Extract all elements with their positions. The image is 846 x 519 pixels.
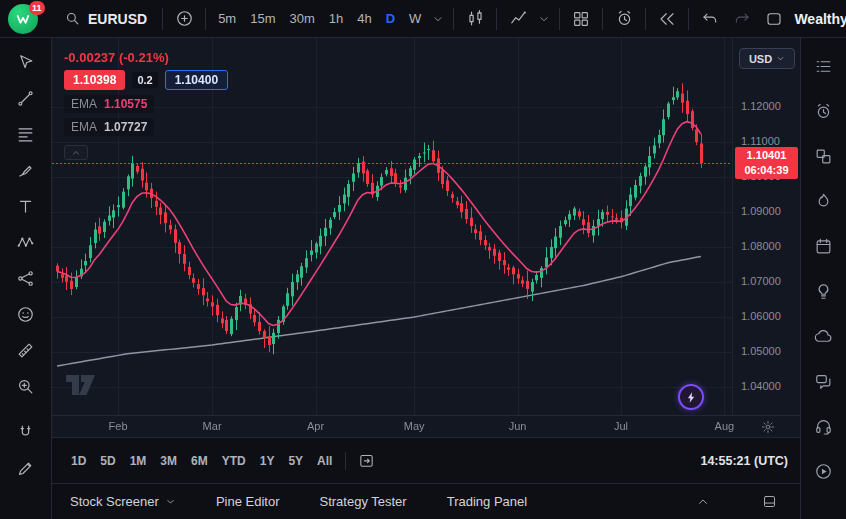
support-button[interactable] — [809, 412, 839, 440]
chat-button[interactable] — [809, 322, 839, 350]
panel-collapse-button[interactable] — [690, 490, 716, 514]
legend-collapse-button[interactable] — [64, 145, 88, 160]
fib-retracement-tool[interactable] — [8, 118, 44, 151]
edit-tool[interactable] — [8, 452, 44, 485]
magnet-tool[interactable] — [8, 416, 44, 449]
tab-stock-screener[interactable]: Stock Screener — [70, 494, 176, 509]
zoom-tool[interactable] — [8, 370, 44, 403]
sell-price-button[interactable]: 1.10398 — [64, 70, 125, 90]
lightbulb-icon — [814, 282, 833, 301]
text-tool[interactable] — [8, 190, 44, 223]
brush-tool[interactable] — [8, 154, 44, 187]
ema-slow-legend[interactable]: EMA 1.07727 — [64, 118, 154, 136]
timeframe-15m[interactable]: 15m — [243, 6, 282, 32]
alert-button[interactable] — [608, 4, 640, 34]
prediction-tool[interactable] — [8, 262, 44, 295]
chart-legend: -0.00237 (-0.21%) 1.10398 0.2 1.10400 EM… — [64, 50, 228, 160]
range-5y[interactable]: 5Y — [281, 450, 310, 472]
magnet-icon — [16, 423, 35, 442]
settings-gear-button[interactable] — [758, 418, 778, 436]
panel-expand-button[interactable] — [756, 490, 782, 514]
pattern-tool[interactable] — [8, 226, 44, 259]
month-label: Jul — [614, 420, 628, 432]
price-countdown: 06:04:39 — [735, 163, 798, 178]
month-label: Aug — [715, 420, 735, 432]
gear-icon — [761, 420, 775, 434]
messages-button[interactable] — [809, 367, 839, 395]
watchlist-icon — [814, 57, 833, 76]
indicator-value: 1.07727 — [104, 120, 147, 134]
range-5d[interactable]: 5D — [93, 450, 122, 472]
object-tree-button[interactable] — [809, 142, 839, 170]
flame-icon — [814, 192, 833, 211]
ema-fast-legend[interactable]: EMA 1.10575 — [64, 95, 154, 113]
symbol-search-button[interactable]: EURUSD — [54, 4, 157, 34]
chart-type-button[interactable] — [459, 4, 491, 34]
brush-icon — [16, 161, 35, 180]
notification-badge[interactable]: 11 — [29, 1, 45, 15]
timeframe-1d[interactable]: D — [379, 6, 402, 32]
range-6m[interactable]: 6M — [184, 450, 215, 472]
app-logo[interactable]: 11 — [0, 0, 54, 38]
timeframe-30m[interactable]: 30m — [282, 6, 321, 32]
price-axis[interactable]: 1.120001.110001.100001.090001.080001.070… — [732, 38, 800, 415]
range-ytd[interactable]: YTD — [215, 450, 253, 472]
ideas-button[interactable] — [809, 277, 839, 305]
goto-date-icon — [358, 452, 375, 469]
timeframe-menu-button[interactable] — [428, 4, 448, 34]
range-3m[interactable]: 3M — [153, 450, 184, 472]
range-all[interactable]: All — [310, 450, 339, 472]
timeframe-4h[interactable]: 4h — [350, 6, 378, 32]
cursor-icon — [16, 53, 35, 72]
chevron-up-icon — [696, 495, 710, 509]
tab-strategy-tester[interactable]: Strategy Tester — [319, 494, 406, 509]
clock-utc[interactable]: 14:55:21 (UTC) — [700, 454, 788, 468]
alerts-button[interactable] — [809, 97, 839, 125]
currency-select[interactable]: USD — [739, 48, 795, 69]
calendar-button[interactable] — [809, 232, 839, 260]
tab-label: Strategy Tester — [319, 494, 406, 509]
quick-trade-button[interactable] — [678, 384, 704, 410]
cursor-tool[interactable] — [8, 46, 44, 79]
indicators-button[interactable] — [502, 4, 534, 34]
redo-button[interactable] — [726, 4, 758, 34]
trend-line-tool[interactable] — [8, 82, 44, 115]
indicators-menu-button[interactable] — [534, 4, 554, 34]
undo-button[interactable] — [694, 4, 726, 34]
divider — [559, 8, 560, 30]
save-layout-button[interactable] — [758, 4, 790, 34]
tradingview-watermark[interactable] — [66, 375, 100, 401]
drawing-toolbar — [0, 38, 52, 519]
streams-button[interactable] — [809, 457, 839, 485]
chart-area[interactable]: -0.00237 (-0.21%) 1.10398 0.2 1.10400 EM… — [52, 38, 800, 415]
range-1y[interactable]: 1Y — [253, 450, 282, 472]
pencil-icon — [16, 459, 35, 478]
timeframe-1w[interactable]: W — [402, 6, 428, 32]
range-1d[interactable]: 1D — [64, 450, 93, 472]
price-tick-label: 1.08000 — [741, 240, 781, 252]
trading-app: 11 EURUSD 5m 15m 30m 1h 4h D W — [0, 0, 846, 519]
goto-date-button[interactable] — [352, 448, 380, 474]
chevron-down-icon — [776, 54, 785, 63]
alarm-clock-icon — [814, 102, 833, 121]
compare-add-button[interactable] — [168, 4, 200, 34]
time-axis[interactable]: FebMarAprMayJunJulAug — [52, 415, 800, 437]
watchlist-button[interactable] — [809, 52, 839, 80]
price-tick-label: 1.07000 — [741, 275, 781, 287]
redo-icon — [733, 10, 751, 28]
tab-pine-editor[interactable]: Pine Editor — [216, 494, 280, 509]
timeframe-5m[interactable]: 5m — [211, 6, 243, 32]
range-1m[interactable]: 1M — [123, 450, 154, 472]
hotlists-button[interactable] — [809, 187, 839, 215]
layout-grid-button[interactable] — [565, 4, 597, 34]
tab-label: Stock Screener — [70, 494, 159, 509]
buy-price-button[interactable]: 1.10400 — [165, 70, 228, 90]
text-icon — [16, 197, 35, 216]
indicator-name: EMA — [71, 120, 97, 134]
measure-tool[interactable] — [8, 334, 44, 367]
timeframe-1h[interactable]: 1h — [322, 6, 350, 32]
tab-trading-panel[interactable]: Trading Panel — [447, 494, 527, 509]
replay-button[interactable] — [651, 4, 683, 34]
emoji-tool[interactable] — [8, 298, 44, 331]
divider — [162, 8, 163, 30]
